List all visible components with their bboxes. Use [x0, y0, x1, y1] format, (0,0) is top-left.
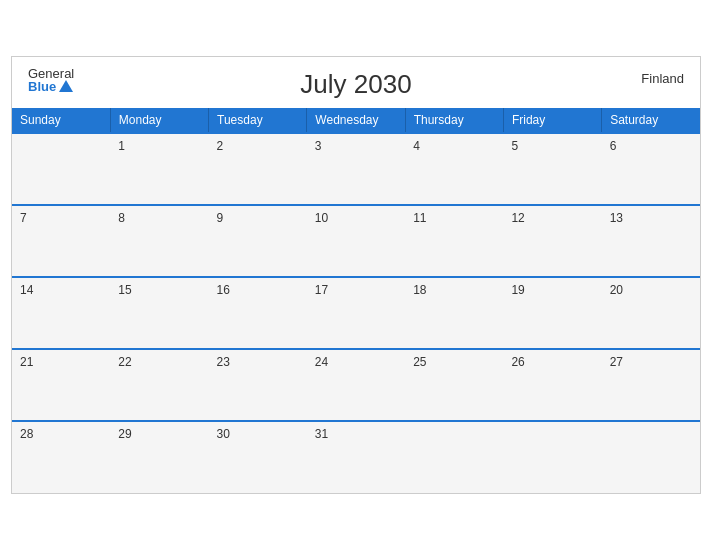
day-number: 21 — [20, 355, 33, 369]
day-cell: 18 — [405, 277, 503, 349]
day-cell — [405, 421, 503, 493]
day-number: 11 — [413, 211, 426, 225]
country-label: Finland — [641, 71, 684, 86]
calendar-container: General Blue July 2030 Finland Sunday Mo… — [11, 56, 701, 494]
day-number: 29 — [118, 427, 131, 441]
day-number: 26 — [511, 355, 524, 369]
day-cell: 26 — [503, 349, 601, 421]
day-cell: 24 — [307, 349, 405, 421]
day-number: 13 — [610, 211, 623, 225]
day-cell — [503, 421, 601, 493]
day-cell: 29 — [110, 421, 208, 493]
day-number: 10 — [315, 211, 328, 225]
header-wednesday: Wednesday — [307, 108, 405, 133]
week-row-0: 123456 — [12, 133, 700, 205]
weekday-header-row: Sunday Monday Tuesday Wednesday Thursday… — [12, 108, 700, 133]
day-cell: 8 — [110, 205, 208, 277]
day-number: 17 — [315, 283, 328, 297]
day-cell: 1 — [110, 133, 208, 205]
day-cell: 13 — [602, 205, 700, 277]
day-number: 24 — [315, 355, 328, 369]
day-cell: 20 — [602, 277, 700, 349]
day-cell: 21 — [12, 349, 110, 421]
day-cell: 16 — [209, 277, 307, 349]
day-cell: 23 — [209, 349, 307, 421]
day-number: 4 — [413, 139, 420, 153]
week-row-1: 78910111213 — [12, 205, 700, 277]
week-row-2: 14151617181920 — [12, 277, 700, 349]
logo-blue-text: Blue — [28, 80, 74, 93]
week-row-3: 21222324252627 — [12, 349, 700, 421]
header-saturday: Saturday — [602, 108, 700, 133]
calendar-table: Sunday Monday Tuesday Wednesday Thursday… — [12, 108, 700, 493]
header-monday: Monday — [110, 108, 208, 133]
day-number: 1 — [118, 139, 125, 153]
header-thursday: Thursday — [405, 108, 503, 133]
day-number: 22 — [118, 355, 131, 369]
day-cell: 31 — [307, 421, 405, 493]
day-cell: 15 — [110, 277, 208, 349]
day-number: 5 — [511, 139, 518, 153]
day-number: 23 — [217, 355, 230, 369]
header-tuesday: Tuesday — [209, 108, 307, 133]
day-number: 9 — [217, 211, 224, 225]
day-cell: 2 — [209, 133, 307, 205]
calendar-header: General Blue July 2030 Finland — [12, 57, 700, 108]
day-cell: 5 — [503, 133, 601, 205]
day-cell — [12, 133, 110, 205]
day-number: 30 — [217, 427, 230, 441]
day-cell: 3 — [307, 133, 405, 205]
day-number: 25 — [413, 355, 426, 369]
day-cell: 4 — [405, 133, 503, 205]
calendar-title: July 2030 — [300, 69, 411, 100]
day-cell: 9 — [209, 205, 307, 277]
day-number: 8 — [118, 211, 125, 225]
day-cell: 30 — [209, 421, 307, 493]
week-row-4: 28293031 — [12, 421, 700, 493]
day-number: 20 — [610, 283, 623, 297]
day-number: 3 — [315, 139, 322, 153]
day-cell: 14 — [12, 277, 110, 349]
day-number: 7 — [20, 211, 27, 225]
header-sunday: Sunday — [12, 108, 110, 133]
day-number: 12 — [511, 211, 524, 225]
day-cell: 27 — [602, 349, 700, 421]
day-cell: 11 — [405, 205, 503, 277]
day-cell: 6 — [602, 133, 700, 205]
day-cell: 7 — [12, 205, 110, 277]
day-cell: 28 — [12, 421, 110, 493]
day-cell: 10 — [307, 205, 405, 277]
logo-triangle-icon — [59, 80, 73, 92]
day-cell: 12 — [503, 205, 601, 277]
day-number: 28 — [20, 427, 33, 441]
day-number: 31 — [315, 427, 328, 441]
day-number: 27 — [610, 355, 623, 369]
header-friday: Friday — [503, 108, 601, 133]
day-number: 16 — [217, 283, 230, 297]
day-number: 6 — [610, 139, 617, 153]
day-cell — [602, 421, 700, 493]
day-cell: 17 — [307, 277, 405, 349]
day-cell: 22 — [110, 349, 208, 421]
day-number: 2 — [217, 139, 224, 153]
day-cell: 25 — [405, 349, 503, 421]
day-number: 19 — [511, 283, 524, 297]
logo: General Blue — [28, 67, 74, 93]
day-number: 14 — [20, 283, 33, 297]
day-number: 15 — [118, 283, 131, 297]
day-number: 18 — [413, 283, 426, 297]
day-cell: 19 — [503, 277, 601, 349]
